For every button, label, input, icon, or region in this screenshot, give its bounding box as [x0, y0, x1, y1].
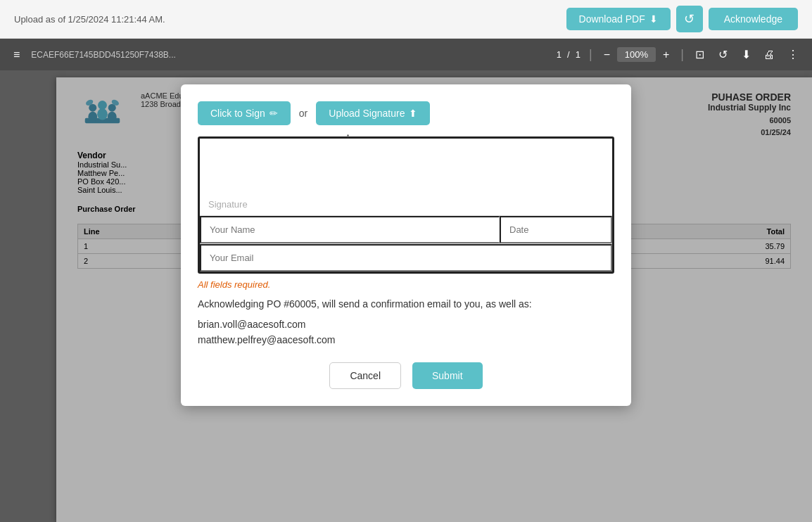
page-current: 1 — [557, 49, 562, 60]
email-1: brian.voll@aacesoft.com — [198, 317, 614, 332]
modal-bottom-buttons: Cancel Submit — [198, 362, 614, 389]
more-options-button[interactable]: ⋮ — [785, 45, 801, 64]
ack-emails: brian.voll@aacesoft.com matthew.pelfrey@… — [198, 317, 614, 348]
menu-button[interactable]: ≡ — [11, 46, 23, 64]
menu-icon: ≡ — [13, 49, 20, 61]
modal-overlay: Click to Sign ✏ or Upload Signature ⬆ ↑ … — [0, 70, 812, 522]
top-bar: Upload as of 1/25/2024 11:21:44 AM. Down… — [0, 0, 812, 39]
ack-text: Acknowledging PO #60005, will send a con… — [198, 298, 614, 310]
signature-fields-row — [200, 216, 612, 244]
submit-button[interactable]: Submit — [412, 362, 483, 389]
history-button[interactable]: ↺ — [676, 6, 703, 32]
more-icon: ⋮ — [787, 49, 799, 61]
pdf-download-icon: ⬇ — [742, 49, 751, 61]
pdf-area: aACME Educati... 1238 Broadway... PUHASE… — [0, 70, 812, 522]
separator-1: | — [589, 47, 592, 62]
your-email-input[interactable] — [200, 244, 612, 272]
zoom-controls: − 100% + — [601, 46, 673, 64]
zoom-level: 100% — [617, 47, 656, 62]
date-input[interactable] — [500, 216, 612, 243]
required-text: All fields required. — [198, 279, 614, 290]
print-icon: 🖨 — [763, 49, 775, 61]
upload-date: Upload as of 1/25/2024 11:21:44 AM. — [14, 14, 165, 25]
email-2: matthew.pelfrey@aacesoft.com — [198, 332, 614, 348]
history-icon: ↺ — [684, 11, 694, 27]
zoom-in-button[interactable]: + — [660, 46, 672, 64]
page-total: 1 — [576, 49, 581, 60]
separator-2: | — [680, 47, 684, 62]
page-info: 1 / 1 — [557, 49, 581, 60]
click-to-sign-button[interactable]: Click to Sign ✏ — [198, 101, 291, 125]
page-separator: / — [567, 49, 570, 60]
upload-icon: ⬆ — [409, 108, 417, 119]
upload-signature-label: Upload Signature — [329, 108, 405, 119]
modal-top-buttons: Click to Sign ✏ or Upload Signature ⬆ — [198, 101, 614, 125]
pdf-toolbar: ≡ ECAEF66E7145BDD451250F7438B... 1 / 1 |… — [0, 39, 812, 70]
signature-drawing-area[interactable]: Signature — [200, 139, 612, 216]
pdf-filename: ECAEF66E7145BDD451250F7438B... — [31, 50, 541, 60]
your-name-input[interactable] — [200, 216, 500, 243]
download-pdf-button[interactable]: Download PDF ⬇ — [566, 8, 671, 30]
rotate-icon: ↺ — [718, 49, 728, 61]
signature-container: Signature — [198, 136, 614, 274]
rotate-button[interactable]: ↺ — [716, 45, 730, 64]
email-field-row — [200, 244, 612, 272]
zoom-out-button[interactable]: − — [601, 46, 613, 64]
signature-placeholder: Signature — [208, 199, 248, 210]
download-pdf-icon: ⬇ — [649, 13, 658, 25]
fit-page-button[interactable]: ⊡ — [692, 45, 707, 64]
signature-modal: Click to Sign ✏ or Upload Signature ⬆ ↑ … — [181, 84, 631, 406]
print-button[interactable]: 🖨 — [761, 46, 778, 64]
pdf-download-button[interactable]: ⬇ — [739, 45, 754, 64]
acknowledge-button[interactable]: Acknowledge — [709, 8, 798, 30]
pen-icon: ✏ — [269, 108, 278, 119]
click-to-sign-label: Click to Sign — [210, 108, 265, 119]
pdf-right-tools: ⬇ 🖨 ⋮ — [739, 45, 801, 64]
top-bar-actions: Download PDF ⬇ ↺ Acknowledge — [566, 6, 798, 32]
download-pdf-label: Download PDF — [579, 13, 645, 25]
fit-icon: ⊡ — [695, 49, 704, 61]
cancel-button[interactable]: Cancel — [329, 362, 401, 389]
or-text: or — [299, 108, 307, 119]
upload-signature-button[interactable]: Upload Signature ⬆ — [316, 101, 430, 125]
